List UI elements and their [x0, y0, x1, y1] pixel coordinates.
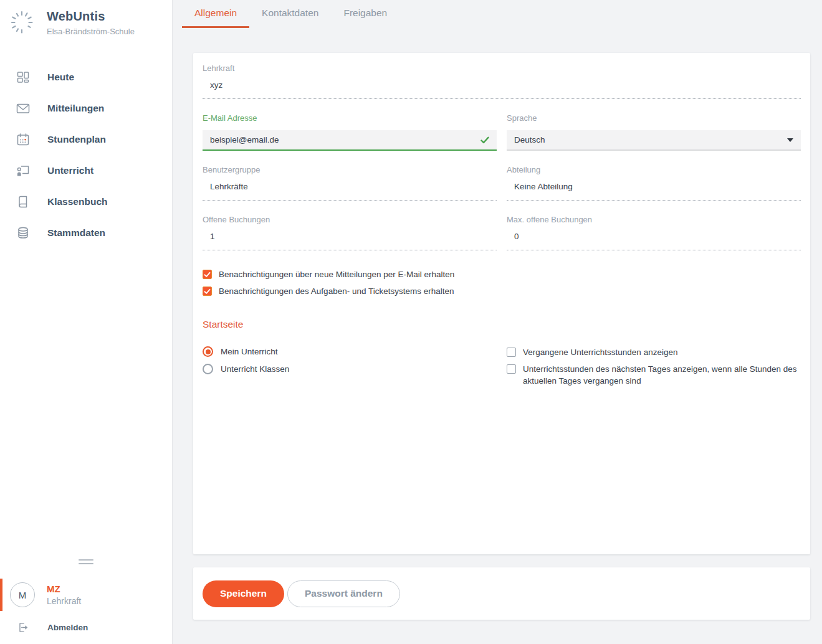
checkbox-vergangene-stunden[interactable]: Vergangene Unterrichtsstunden anzeigen — [507, 346, 801, 358]
abteilung-label: Abteilung — [507, 165, 801, 174]
benutzergruppe-label: Benutzergruppe — [203, 165, 497, 174]
actions-bar: Speichern Passwort ändern — [193, 567, 810, 620]
logout-label: Abmelden — [47, 623, 88, 632]
email-field[interactable]: beispiel@email.de — [203, 130, 497, 151]
field-email: E-Mail Adresse beispiel@email.de — [203, 113, 497, 151]
main-content: Allgemein Kontaktdaten Freigaben Lehrkra… — [173, 0, 822, 644]
field-abteilung: Abteilung Keine Abteilung — [507, 165, 801, 201]
email-value: beispiel@email.de — [210, 135, 279, 144]
radio-mein-unterricht[interactable]: Mein Unterricht — [203, 346, 497, 357]
radio-label: Unterricht Klassen — [221, 364, 289, 374]
field-sprache: Sprache Deutsch — [507, 113, 801, 151]
sidebar: WebUntis Elsa-Brändström-Schule Heute — [0, 0, 173, 644]
sprache-select[interactable]: Deutsch — [507, 130, 801, 151]
email-label: E-Mail Adresse — [203, 113, 497, 123]
sidebar-item-stammdaten[interactable]: Stammdaten — [0, 217, 172, 249]
sidebar-item-stundenplan[interactable]: Stundenplan — [0, 124, 172, 155]
webuntis-spinner-icon — [7, 8, 36, 37]
database-icon — [16, 225, 31, 240]
unchecked-checkbox-icon — [507, 348, 516, 357]
tab-bar: Allgemein Kontaktdaten Freigaben — [173, 0, 822, 28]
checkbox-label: Vergangene Unterrichtsstunden anzeigen — [523, 346, 677, 358]
calendar-icon — [16, 132, 31, 147]
max-offene-buchungen-value: 0 — [507, 232, 801, 250]
field-offene-buchungen: Offene Buchungen 1 — [203, 215, 497, 250]
radio-label: Mein Unterricht — [221, 347, 278, 356]
radio-selected-icon — [203, 346, 213, 357]
sidebar-nav: Heute Mitteilungen — [0, 62, 172, 249]
logout-icon — [16, 621, 29, 634]
checked-checkbox-icon — [203, 270, 212, 279]
tab-allgemein[interactable]: Allgemein — [182, 0, 249, 28]
checkbox-label: Unterrichtsstunden des nächsten Tages an… — [523, 363, 801, 387]
tab-freigaben[interactable]: Freigaben — [331, 0, 399, 28]
user-name: MZ — [47, 584, 81, 594]
tab-kontaktdaten[interactable]: Kontaktdaten — [249, 0, 331, 28]
max-offene-buchungen-label: Max. offene Buchungen — [507, 215, 801, 224]
logout-button[interactable]: Abmelden — [0, 613, 172, 642]
offene-buchungen-value: 1 — [203, 232, 497, 250]
radio-unselected-icon — [203, 364, 213, 374]
webuntis-app: WebUntis Elsa-Brändström-Schule Heute — [0, 0, 822, 644]
startseite-heading: Startseite — [203, 319, 801, 330]
save-button[interactable]: Speichern — [203, 580, 284, 607]
startseite-radios: Mein Unterricht Unterricht Klassen — [203, 346, 497, 392]
book-icon — [16, 194, 31, 209]
unchecked-checkbox-icon — [507, 364, 516, 374]
checkbox-label: Benachrichtigungen des Aufgaben- und Tic… — [219, 286, 454, 296]
checkbox-ticketsystem[interactable]: Benachrichtigungen des Aufgaben- und Tic… — [203, 286, 801, 296]
sidebar-item-label: Stammdaten — [47, 227, 105, 239]
sidebar-item-label: Heute — [47, 72, 74, 83]
startseite-checkboxes: Vergangene Unterrichtsstunden anzeigen U… — [507, 346, 801, 392]
avatar: M — [10, 582, 35, 607]
radio-unterricht-klassen[interactable]: Unterricht Klassen — [203, 364, 497, 374]
valid-check-icon — [480, 136, 489, 144]
sidebar-item-klassenbuch[interactable]: Klassenbuch — [0, 186, 172, 217]
sidebar-item-label: Klassenbuch — [47, 196, 107, 207]
field-lehrkraft: Lehrkraft xyz — [203, 64, 801, 99]
offene-buchungen-label: Offene Buchungen — [203, 215, 497, 224]
sprache-label: Sprache — [507, 113, 801, 123]
checked-checkbox-icon — [203, 286, 212, 296]
user-info: MZ Lehrkraft — [47, 584, 81, 606]
checkbox-label: Benachrichtigungen über neue Mitteilunge… — [219, 270, 454, 279]
sidebar-item-label: Mitteilungen — [47, 103, 104, 114]
row-email-sprache: E-Mail Adresse beispiel@email.de Sprache… — [203, 113, 801, 151]
field-max-offene-buchungen: Max. offene Buchungen 0 — [507, 215, 801, 250]
lehrkraft-label: Lehrkraft — [203, 64, 801, 73]
settings-card: Lehrkraft xyz E-Mail Adresse beispiel@em… — [193, 53, 810, 554]
logo-text: WebUntis Elsa-Brändström-Schule — [47, 9, 135, 36]
notification-checkboxes: Benachrichtigungen über neue Mitteilunge… — [203, 270, 801, 296]
mail-icon — [16, 101, 31, 116]
collapse-sidebar-handle[interactable] — [79, 559, 93, 564]
checkbox-mitteilungen-email[interactable]: Benachrichtigungen über neue Mitteilunge… — [203, 270, 801, 279]
sidebar-footer: M MZ Lehrkraft Abmelden — [0, 557, 172, 644]
chevron-down-icon — [787, 138, 793, 142]
user-role: Lehrkraft — [47, 596, 81, 606]
startseite-options: Mein Unterricht Unterricht Klassen Verga… — [203, 346, 801, 392]
change-password-button[interactable]: Passwort ändern — [287, 580, 400, 607]
lehrkraft-value: xyz — [203, 80, 801, 99]
teacher-board-icon — [16, 163, 31, 178]
row-buchungen: Offene Buchungen 1 Max. offene Buchungen… — [203, 215, 801, 250]
school-name: Elsa-Brändström-Schule — [47, 27, 135, 36]
benutzergruppe-value: Lehrkräfte — [203, 182, 497, 201]
dashboard-icon — [16, 70, 31, 85]
user-profile[interactable]: M MZ Lehrkraft — [0, 577, 172, 613]
sidebar-item-label: Unterricht — [47, 165, 93, 176]
sidebar-item-heute[interactable]: Heute — [0, 62, 172, 93]
abteilung-value: Keine Abteilung — [507, 182, 801, 201]
logo: WebUntis Elsa-Brändström-Schule — [0, 0, 172, 37]
field-benutzergruppe: Benutzergruppe Lehrkräfte — [203, 165, 497, 201]
row-benutzergruppe-abteilung: Benutzergruppe Lehrkräfte Abteilung Kein… — [203, 165, 801, 201]
sidebar-item-unterricht[interactable]: Unterricht — [0, 155, 172, 186]
sprache-value: Deutsch — [514, 135, 545, 144]
sidebar-item-label: Stundenplan — [47, 134, 106, 145]
app-title: WebUntis — [47, 9, 135, 24]
sidebar-item-mitteilungen[interactable]: Mitteilungen — [0, 93, 172, 124]
checkbox-naechster-tag[interactable]: Unterrichtsstunden des nächsten Tages an… — [507, 363, 801, 387]
